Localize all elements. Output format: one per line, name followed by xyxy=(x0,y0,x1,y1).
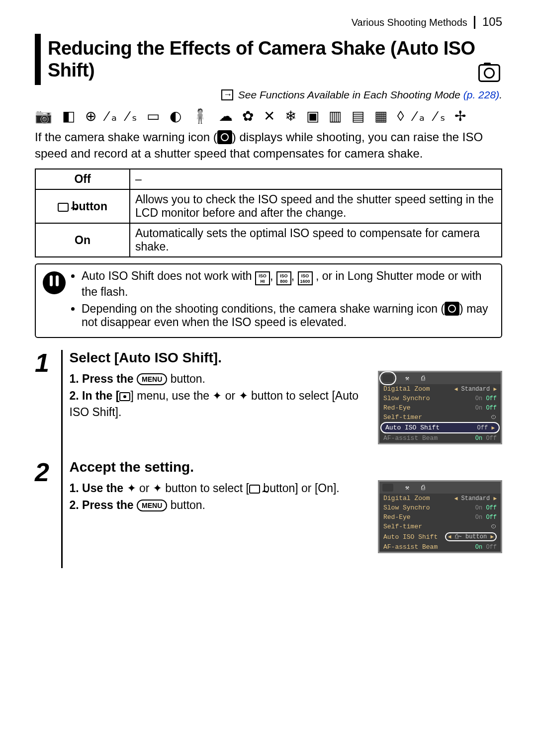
camera-mode-icon xyxy=(478,64,500,82)
iso-1600-icon: ISO 1600 xyxy=(298,271,313,285)
see-also-text: See Functions Available in Each Shooting… xyxy=(238,89,463,100)
caution-icon xyxy=(43,271,66,294)
step-body: 1. Press the MENU button. 2. In the [] m… xyxy=(70,371,371,444)
iso-800-icon: ISO 800 xyxy=(276,271,291,285)
print-share-icon xyxy=(249,485,260,494)
rec-tab-icon xyxy=(382,484,393,492)
intro-text-1: If the camera shake warning icon ( xyxy=(35,130,217,144)
step-title: Accept the setting. xyxy=(70,459,503,475)
option-on-label: On xyxy=(35,223,130,257)
tools-tab-icon: ⚒ xyxy=(405,374,409,382)
arrow-right-box-icon xyxy=(221,89,233,100)
page-title-block: Reducing the Effects of Camera Shake (Au… xyxy=(35,34,502,85)
option-off-desc: – xyxy=(130,169,502,189)
intro-paragraph: If the camera shake warning icon () disp… xyxy=(35,129,502,162)
manual-page: Various Shooting Methods 105 Reducing th… xyxy=(0,0,537,598)
rec-menu-icon xyxy=(119,392,130,401)
highlighted-menu-row: Auto ISO Shift Off ▶ xyxy=(380,422,500,433)
camera-shake-icon xyxy=(217,130,232,144)
option-on-desc: Automatically sets the optimal ISO speed… xyxy=(130,223,502,257)
step-body: 1. Use the ✦ or ✦ button to select [ but… xyxy=(70,480,371,553)
tools-tab-icon: ⚒ xyxy=(405,484,409,492)
steps-list: 1 Select [Auto ISO Shift]. 1. Press the … xyxy=(35,350,502,568)
option-button-label: button xyxy=(35,189,130,223)
menu-button-icon: MENU xyxy=(137,500,167,511)
step-row: 2 Accept the setting. 1. Use the ✦ or ✦ … xyxy=(35,459,502,568)
iso-hi-icon: ISO HI xyxy=(255,271,270,285)
option-button-desc: Allows you to check the ISO speed and th… xyxy=(130,189,502,223)
section-name: Various Shooting Methods xyxy=(352,17,467,28)
warning-item: Depending on the shooting conditions, th… xyxy=(82,302,494,329)
warning-callout: Auto ISO Shift does not work with ISO HI… xyxy=(35,263,502,338)
lcd-screenshot-2: ⚒ ⎙ Digital Zoom◀ Standard ▶ Slow Synchr… xyxy=(378,480,502,553)
print-tab-icon: ⎙ xyxy=(421,375,425,382)
step-title: Select [Auto ISO Shift]. xyxy=(70,350,503,366)
lcd-screenshot-1: ⚒ ⎙ Digital Zoom◀ Standard ▶ Slow Synchr… xyxy=(378,371,502,444)
table-row: button Allows you to check the ISO speed… xyxy=(35,189,502,223)
print-share-icon xyxy=(58,203,69,212)
page-number: 105 xyxy=(482,15,502,28)
see-also-page-ref[interactable]: (p. 228) xyxy=(463,89,499,100)
page-title: Reducing the Effects of Camera Shake (Au… xyxy=(48,38,494,81)
step-number: 1 xyxy=(35,350,62,459)
step-number: 2 xyxy=(35,459,62,568)
option-off-label: Off xyxy=(35,169,130,189)
warning-item: Auto ISO Shift does not work with ISO HI… xyxy=(82,269,494,299)
see-also-link: See Functions Available in Each Shooting… xyxy=(35,89,502,101)
rec-tab-icon xyxy=(382,374,393,382)
table-row: On Automatically sets the optimal ISO sp… xyxy=(35,223,502,257)
options-table: Off – button Allows you to check the ISO… xyxy=(35,168,502,257)
step-row: 1 Select [Auto ISO Shift]. 1. Press the … xyxy=(35,350,502,459)
header-divider xyxy=(474,16,475,29)
auto-iso-row: Auto ISO Shift ◀ ⎙~ button ▶ xyxy=(379,531,501,542)
menu-button-icon: MENU xyxy=(137,373,167,385)
print-tab-icon: ⎙ xyxy=(421,484,425,492)
table-row: Off – xyxy=(35,169,502,189)
camera-shake-icon xyxy=(445,302,459,316)
shooting-mode-icons-row: 📷 ◧ ⊕ ⁄ₐ ⁄ₛ ▭ ◐ 🧍 ☁ ✿ ✕ ❄ ▣ ▥ ▤ ▦ ◊ ⁄ₐ ⁄… xyxy=(35,108,502,124)
page-header: Various Shooting Methods 105 xyxy=(35,15,502,29)
